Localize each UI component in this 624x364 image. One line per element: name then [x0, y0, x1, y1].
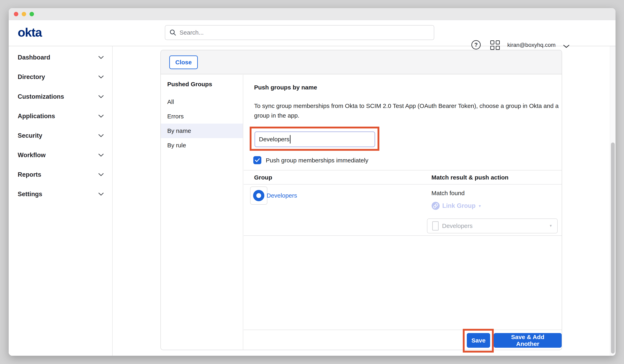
push-by-name-panel: Push groups by name To sync group member…	[244, 75, 562, 350]
link-icon	[432, 202, 440, 210]
sidebar-item-reports[interactable]: Reports	[9, 167, 112, 182]
search-icon	[169, 29, 177, 36]
chevron-down-icon	[98, 56, 104, 59]
caret-down-icon: ▼	[478, 203, 481, 208]
chevron-down-icon	[98, 75, 104, 78]
sidebar-item-workflow[interactable]: Workflow	[9, 148, 112, 162]
help-icon[interactable]: ?	[471, 40, 481, 50]
browser-window: okta Search... ? kiran@boxyhq.com okta-d…	[9, 8, 616, 356]
app-group-select[interactable]: Developers ▼	[427, 218, 558, 233]
chevron-down-icon[interactable]	[563, 45, 570, 48]
apps-grid-icon[interactable]	[490, 40, 500, 50]
group-avatar	[250, 186, 267, 205]
divider	[244, 184, 562, 184]
account-email: kiran@boxyhq.com	[503, 41, 560, 49]
sidebar-item-dashboard[interactable]: Dashboard	[9, 50, 112, 65]
group-placeholder-icon	[432, 221, 439, 231]
nav-item-all[interactable]: All	[161, 95, 243, 109]
text-cursor	[290, 135, 290, 144]
match-result-text: Match found	[431, 189, 465, 197]
scrollbar-track[interactable]	[610, 46, 616, 356]
check-icon	[255, 158, 260, 162]
window-titlebar	[9, 8, 616, 20]
sidebar-item-customizations[interactable]: Customizations	[9, 89, 112, 104]
caret-down-icon: ▼	[549, 224, 552, 228]
okta-logo: okta	[18, 26, 42, 39]
divider	[244, 235, 562, 236]
link-group-dropdown[interactable]: Link Group ▼	[432, 201, 481, 210]
nav-item-by-rule[interactable]: By rule	[161, 138, 243, 153]
chevron-down-icon	[98, 154, 104, 157]
sidebar: Dashboard Directory Customizations Appli…	[9, 46, 113, 356]
chevron-down-icon	[98, 173, 104, 176]
traffic-lights	[14, 12, 34, 16]
nav-item-errors[interactable]: Errors	[161, 109, 243, 124]
nav-item-by-name[interactable]: By name	[161, 124, 243, 138]
close-button[interactable]: Close	[169, 55, 198, 69]
close-window-button[interactable]	[14, 12, 18, 16]
save-add-another-button[interactable]: Save & Add Another	[494, 333, 562, 348]
column-header-match-result: Match result & push action	[431, 174, 508, 181]
group-icon	[253, 190, 264, 201]
search-input[interactable]: Search...	[165, 25, 434, 40]
chevron-down-icon	[98, 134, 104, 137]
sidebar-item-security[interactable]: Security	[9, 129, 112, 143]
push-immediately-checkbox[interactable]	[253, 156, 261, 164]
zoom-window-button[interactable]	[29, 12, 34, 16]
footer-divider	[244, 330, 562, 330]
divider	[244, 170, 562, 170]
sidebar-item-settings[interactable]: Settings	[9, 187, 112, 201]
pushed-groups-title: Pushed Groups	[167, 80, 212, 89]
app-header: okta Search... ? kiran@boxyhq.com okta-d…	[9, 20, 616, 46]
push-immediately-label: Push group memberships immediately	[266, 156, 368, 164]
sidebar-item-directory[interactable]: Directory	[9, 70, 112, 84]
pushed-groups-nav: Pushed Groups All Errors By name By rule	[161, 75, 243, 350]
panel-title: Push groups by name	[254, 83, 317, 92]
sidebar-item-applications[interactable]: Applications	[9, 109, 112, 123]
dialog-header: Close	[161, 50, 562, 74]
group-name-input-value: Developers	[259, 136, 289, 143]
save-button[interactable]: Save	[467, 333, 490, 348]
column-header-group: Group	[254, 174, 272, 181]
app-group-value: Developers	[442, 223, 473, 229]
panel-description: To sync group memberships from Okta to S…	[254, 101, 562, 120]
push-groups-dialog: Close Pushed Groups All Errors By name B…	[160, 50, 562, 350]
link-group-label: Link Group	[442, 202, 475, 209]
search-placeholder: Search...	[180, 29, 204, 36]
group-name-link[interactable]: Developers	[267, 192, 297, 199]
scrollbar-thumb[interactable]	[611, 142, 615, 354]
minimize-window-button[interactable]	[22, 12, 26, 16]
chevron-down-icon	[98, 95, 104, 98]
chevron-down-icon	[98, 115, 104, 118]
group-name-input[interactable]: Developers	[255, 131, 375, 147]
chevron-down-icon	[98, 193, 104, 196]
